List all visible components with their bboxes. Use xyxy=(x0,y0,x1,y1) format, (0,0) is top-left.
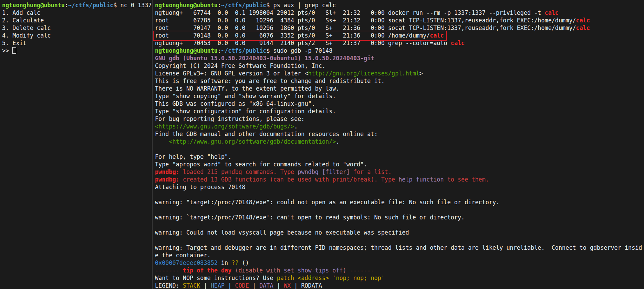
warning-text: e the container. xyxy=(155,252,211,259)
left-pane-nc-session: ngtuonghung@ubuntu:~/ctfs/public$ nc 0 1… xyxy=(2,1,152,54)
prompt-separator: : xyxy=(218,47,221,54)
legend-heap: HEAP xyxy=(211,282,225,289)
legend-label: LEGEND: xyxy=(155,282,183,289)
legend-separator: | xyxy=(273,282,284,289)
ps-row-grep: ngtuong+ 70453 0.0 0.0 9144 2140 pts/2 S… xyxy=(155,39,642,47)
gdb-banner-text: For bug reporting instructions, please s… xyxy=(155,115,304,122)
menu-item-label: 3. Delete calc xyxy=(2,24,51,31)
pc-text: in xyxy=(218,259,231,266)
tip-hint-text: (disable with xyxy=(231,267,284,274)
tip-content-text: Want to NOP some instructions? Use xyxy=(155,275,277,281)
gdb-banner-text: . xyxy=(294,123,298,130)
gdb-banner-line: Copyright (C) 2024 Free Software Foundat… xyxy=(155,62,642,70)
menu-item-label: 4. Modify calc xyxy=(2,32,51,39)
command-nc: nc 0 1337 xyxy=(121,2,152,9)
pwndbg-command-hint: pwndbg [filter] xyxy=(298,168,350,175)
gdb-license-text: > xyxy=(419,70,423,77)
legend-separator: | xyxy=(225,282,235,289)
pwndbg-message: for a list. xyxy=(350,168,392,175)
grep-match-calc: calc xyxy=(430,32,444,39)
ps-row-socat-1: root 67785 0.0 0.0 10296 4384 pts/0 Ss+ … xyxy=(155,17,642,24)
right-pane-gdb-session: ngtuonghung@ubuntu:~/ctfs/public$ ps aux… xyxy=(155,1,642,289)
gpl-license-url[interactable]: http://gnu.org/licenses/gpl.html xyxy=(308,70,419,77)
menu-item-label: 5. Exit xyxy=(2,40,27,47)
pwndbg-message: created 13 GDB functions (can be used wi… xyxy=(183,176,398,183)
warning-line: warning: Could not load vsyscall page be… xyxy=(155,229,642,236)
prompt-user-host: ngtuonghung@ubuntu xyxy=(155,47,218,54)
legend-data: DATA xyxy=(259,282,273,289)
legend-separator: | xyxy=(200,282,210,289)
menu-item-add-calc: 1. Add calc xyxy=(2,9,152,17)
warning-line: warning: `target:/proc/70148/exe': can't… xyxy=(155,214,642,221)
tip-patch-command: patch <address> 'nop; nop; nop' xyxy=(277,275,385,281)
ps-row-text: root 67785 0.0 0.0 10296 4384 pts/0 Ss+ … xyxy=(155,17,576,24)
warning-text: warning: `target:/proc/70148/exe': can't… xyxy=(155,214,465,221)
gdb-banner-text: There is NO WARRANTY, to the extent perm… xyxy=(155,85,339,92)
prompt-dollar: $ xyxy=(266,47,273,54)
blank-line xyxy=(155,206,642,214)
warning-text: warning: "target:/proc/70148/exe": could… xyxy=(155,199,499,206)
gdb-banner-text: For help, type "help". xyxy=(155,153,231,160)
gdb-banner-line: Type "show copying" and "show warranty" … xyxy=(155,92,642,100)
grep-match-calc: calc xyxy=(545,9,559,16)
tip-hint-text: ) xyxy=(343,267,350,274)
grep-match-calc: calc xyxy=(576,24,590,31)
terminal-window: ngtuonghung@ubuntu:~/ctfs/public$ nc 0 1… xyxy=(0,0,644,289)
prompt-user-host: ngtuonghung@ubuntu xyxy=(155,2,218,9)
menu-item-calculate: 2. Calculate xyxy=(2,17,152,24)
gdb-banner-line: <http://www.gnu.org/software/gdb/documen… xyxy=(155,138,642,145)
input-prompt-line: >> xyxy=(2,47,152,54)
blank-line xyxy=(155,221,642,229)
terminal-cursor[interactable] xyxy=(12,47,16,54)
legend-separator: | xyxy=(291,282,301,289)
legend-rodata: RODATA xyxy=(301,282,322,289)
left-prompt-line: ngtuonghung@ubuntu:~/ctfs/public$ nc 0 1… xyxy=(2,1,152,9)
gdb-banner-text: Type "show configuration" for configurat… xyxy=(155,108,336,115)
input-prompt-chevrons: >> xyxy=(2,47,12,54)
gdb-banner-line: License GPLv3+: GNU GPL version 3 or lat… xyxy=(155,70,642,77)
ps-row-text: root 70148 0.0 0.0 6076 3352 pts/0 S+ 21… xyxy=(155,32,430,39)
menu-item-delete-calc: 3. Delete calc xyxy=(2,24,152,32)
blank-line xyxy=(155,191,642,198)
gdb-banner-line: This is free software: you are free to c… xyxy=(155,77,642,85)
gdb-banner-line: Type "apropos word" to search for comman… xyxy=(155,161,642,168)
tip-content-line: Want to NOP some instructions? Use patch… xyxy=(155,274,642,282)
gdb-banner-line: For bug reporting instructions, please s… xyxy=(155,115,642,123)
ps-row-docker: ngtuong+ 67744 0.0 0.1 1998004 29012 pts… xyxy=(155,9,642,17)
menu-item-label: 1. Add calc xyxy=(2,9,40,16)
tip-disable-command: set show-tips off xyxy=(284,267,343,274)
gdb-banner-line: There is NO WARRANTY, to the extent perm… xyxy=(155,85,642,92)
ps-row-text: ngtuong+ 70453 0.0 0.0 9144 2140 pts/2 S… xyxy=(155,40,451,47)
prompt-separator: : xyxy=(65,2,68,9)
warning-line: warning: "target:/proc/70148/exe": could… xyxy=(155,198,642,206)
gdb-documentation-url[interactable]: <http://www.gnu.org/software/gdb/documen… xyxy=(169,138,336,145)
tip-dashes: ------- xyxy=(350,267,374,274)
gdb-prompt-line: ngtuonghung@ubuntu:~/ctfs/public$ sudo g… xyxy=(155,47,642,54)
prompt-dollar: $ xyxy=(113,2,120,9)
prompt-separator: : xyxy=(218,2,221,9)
gdb-bugs-url[interactable]: <https://www.gnu.org/software/gdb/bugs/> xyxy=(155,123,294,130)
warning-line: warning: Target and debugger are in diff… xyxy=(155,244,642,251)
gdb-copyright-text: Copyright (C) 2024 Free Software Foundat… xyxy=(155,62,325,69)
gdb-banner-text: Type "apropos word" to search for comman… xyxy=(155,161,367,168)
grep-match-calc: calc xyxy=(451,40,465,47)
pwndbg-loaded-line: pwndbg: loaded 215 pwndbg commands. Type… xyxy=(155,168,642,176)
prompt-path: ~/ctfs/public xyxy=(221,2,266,9)
gdb-banner-line: Find the GDB manual and other documentat… xyxy=(155,130,642,138)
tip-title: tip of the day xyxy=(183,267,231,274)
attach-status-text: Attaching to process 70148 xyxy=(155,184,246,190)
pwndbg-command-hint: help function xyxy=(398,176,444,183)
prompt-dollar: $ xyxy=(266,2,273,9)
prompt-path: ~/ctfs/public xyxy=(68,2,113,9)
gdb-banner-line: For help, type "help". xyxy=(155,153,642,161)
tip-dashes: ------- xyxy=(155,267,183,274)
gdb-banner-text: This is free software: you are free to c… xyxy=(155,78,385,84)
command-ps-aux: ps aux | grep calc xyxy=(273,2,336,9)
pwndbg-prefix: pwndbg: xyxy=(155,168,183,175)
gdb-banner-text: . xyxy=(336,138,339,145)
pane-divider[interactable] xyxy=(152,0,153,289)
gdb-license-text: License GPLv3+: GNU GPL version 3 or lat… xyxy=(155,70,308,77)
ps-row-target-process: root 70148 0.0 0.0 6076 3352 pts/0 S+ 21… xyxy=(155,32,642,39)
pc-text: () xyxy=(239,259,249,266)
indent xyxy=(155,138,169,145)
